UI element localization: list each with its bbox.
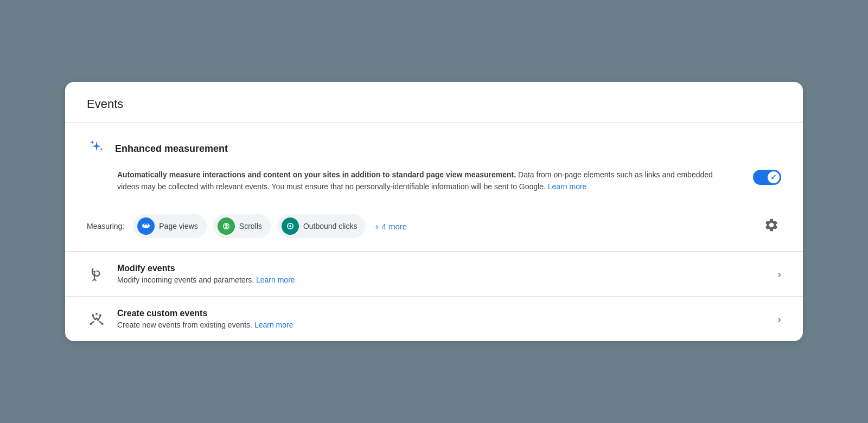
chip-outbound-clicks-label: Outbound clicks bbox=[303, 222, 358, 230]
settings-gear-button[interactable] bbox=[762, 215, 781, 237]
toggle-wrapper[interactable]: ✓ bbox=[753, 170, 781, 187]
page-views-icon bbox=[137, 217, 155, 235]
svg-point-8 bbox=[93, 271, 95, 273]
svg-point-3 bbox=[289, 226, 291, 228]
enhanced-measurement-toggle[interactable]: ✓ bbox=[753, 170, 781, 185]
chip-page-views[interactable]: Page views bbox=[133, 214, 207, 238]
svg-point-13 bbox=[101, 323, 104, 325]
toggle-track: ✓ bbox=[753, 170, 781, 185]
measuring-row: Measuring: Page views Scrolls bbox=[65, 206, 803, 251]
custom-events-content: Create custom events Create new events f… bbox=[117, 309, 767, 329]
custom-events-title: Create custom events bbox=[117, 309, 767, 318]
modify-events-title: Modify events bbox=[117, 264, 767, 273]
chip-outbound-clicks[interactable]: Outbound clicks bbox=[277, 214, 366, 238]
modify-events-content: Modify events Modify incoming events and… bbox=[117, 264, 767, 284]
enhanced-measurement-section: Enhanced measurement Automatically measu… bbox=[65, 123, 803, 193]
svg-point-10 bbox=[95, 313, 98, 315]
chip-scrolls-label: Scrolls bbox=[239, 222, 262, 230]
custom-events-chevron: › bbox=[777, 313, 781, 325]
enhanced-description-bold: Automatically measure interactions and c… bbox=[117, 170, 516, 179]
custom-events-learn-more[interactable]: Learn more bbox=[254, 321, 293, 329]
sparkle-icon bbox=[87, 138, 106, 160]
modify-events-desc: Modify incoming events and parameters. L… bbox=[117, 275, 767, 284]
enhanced-title: Enhanced measurement bbox=[115, 143, 228, 155]
chip-scrolls[interactable]: Scrolls bbox=[213, 214, 271, 238]
modify-events-learn-more[interactable]: Learn more bbox=[256, 275, 295, 284]
create-custom-events-row[interactable]: Create custom events Create new events f… bbox=[65, 297, 803, 341]
enhanced-body: Automatically measure interactions and c… bbox=[87, 169, 781, 193]
modify-events-chevron: › bbox=[777, 268, 781, 280]
toggle-check-icon: ✓ bbox=[770, 173, 777, 182]
custom-events-desc: Create new events from existing events. … bbox=[117, 321, 767, 329]
events-card: Events Enhanced measurement Automaticall… bbox=[65, 82, 803, 342]
svg-point-12 bbox=[90, 323, 92, 325]
scrolls-icon bbox=[218, 217, 235, 235]
create-custom-events-icon bbox=[87, 309, 106, 329]
more-link[interactable]: + 4 more bbox=[374, 222, 407, 231]
card-title: Events bbox=[87, 97, 781, 111]
card-header: Events bbox=[65, 82, 803, 122]
enhanced-learn-more-link[interactable]: Learn more bbox=[548, 182, 587, 191]
measuring-label: Measuring: bbox=[87, 222, 124, 230]
modify-events-row[interactable]: Modify events Modify incoming events and… bbox=[65, 252, 803, 296]
modify-events-icon bbox=[87, 264, 106, 284]
toggle-thumb: ✓ bbox=[768, 171, 780, 183]
enhanced-description: Automatically measure interactions and c… bbox=[117, 169, 714, 193]
outbound-clicks-icon bbox=[282, 217, 299, 235]
chip-page-views-label: Page views bbox=[159, 222, 198, 230]
enhanced-header: Enhanced measurement bbox=[87, 138, 781, 160]
